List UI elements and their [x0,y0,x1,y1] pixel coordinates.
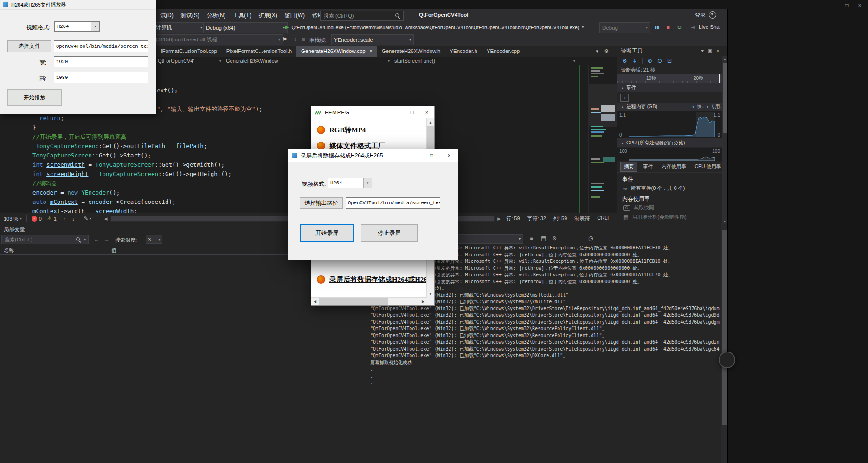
search-prev-icon[interactable]: ← [94,236,99,242]
locals-search-input[interactable]: 搜索(Ctrl+E) ▾ [1,235,89,244]
messages-icon[interactable]: ▤ [541,235,546,241]
tab-list-icon[interactable]: ▾ [596,48,599,54]
menu-item[interactable]: 窗口(W) [281,9,309,21]
scroll-left-icon[interactable]: ◀ [104,216,108,221]
gear-icon[interactable]: ⚙ [622,58,627,64]
warnings-count[interactable]: 1 [54,216,57,222]
column-header-value[interactable]: 值 [111,247,116,254]
events-section-header[interactable]: ▲ 事件 [617,84,727,92]
thread-list-icon[interactable]: ≡ [299,35,308,44]
export-icon[interactable]: ↧ [632,58,637,64]
sign-in-label[interactable]: 登录 [695,12,706,19]
close-icon[interactable]: × [853,1,866,10]
maximize-icon[interactable]: □ [423,149,440,162]
collapse-icon[interactable]: ▲ [621,142,624,145]
take-snapshot-link[interactable]: 截取快照 [623,204,654,211]
scrollbar-thumb[interactable] [319,298,388,305]
zoom-in-icon[interactable]: ⊕ [648,58,652,64]
zoom-out-icon[interactable]: ⊖ [657,58,662,64]
errors-icon[interactable]: × [32,216,37,222]
start-play-button[interactable]: 开始播放 [7,89,62,106]
output-scrollbar[interactable] [721,224,727,463]
choose-output-path-button[interactable]: 选择输出路径 [300,197,343,209]
tab-YEncoder.h[interactable]: YEncoder.h [445,46,482,57]
flag-icon[interactable]: ⚑ [280,35,289,44]
clear-output-icon[interactable]: ⊗ [552,235,557,241]
height-input[interactable]: 1080 [54,72,148,83]
reset-view-icon[interactable]: ⊡ [667,58,672,64]
next-issue-icon[interactable]: ↓ [72,216,75,222]
tab-GenerateH26XWindow.cpp[interactable]: GenerateH26XWindow.cpp× [296,46,377,57]
minimize-icon[interactable]: — [405,149,423,162]
player-title-bar[interactable]: H264或H265文件播放器 [0,0,156,10]
break-all-icon[interactable]: ▮▮ [652,23,662,32]
minimap[interactable] [588,65,617,213]
prev-issue-icon[interactable]: ↑ [63,216,66,222]
search-depth-dropdown[interactable]: 3 ▾ [146,235,162,244]
scrollbar-thumb[interactable] [723,63,727,133]
minimize-icon[interactable]: — [827,1,840,10]
live-share-button[interactable]: Live Sha [699,24,720,30]
scroll-left-icon[interactable]: ◀ [311,298,319,305]
diag-tab-摘要[interactable]: 摘要 [620,162,637,172]
stack-frame-dropdown[interactable]: YEncoder::scale ▾ [331,34,414,45]
search-next-icon[interactable]: → [104,236,109,242]
break-event-marker[interactable]: II [620,94,629,102]
configuration-dropdown[interactable]: Debug (x64) ▾ [203,22,288,33]
start-record-button[interactable]: 开始录屏 [300,224,354,242]
list-item[interactable]: RGB转MP4 [311,122,427,138]
diag-tab-事件[interactable]: 事件 [640,162,656,171]
diagnostic-scrollbar[interactable]: ▲ ▼ [722,56,727,224]
stop-debug-icon[interactable]: ■ [663,23,673,32]
close-icon[interactable]: × [440,149,458,162]
gear-icon[interactable]: ⚙ [604,48,609,54]
chevron-down-icon[interactable]: ▾ [701,48,704,53]
maximize-icon[interactable]: □ [405,106,419,118]
stop-record-button[interactable]: 停止录屏 [361,224,418,242]
errors-count[interactable]: 0 [39,216,42,222]
chevron-down-icon[interactable]: ▾ [84,238,86,241]
menu-item[interactable]: 分析(N) [203,9,230,21]
breadcrumb-segment[interactable]: QtForOpenCV4'▾ [158,57,226,65]
debug-target-dropdown[interactable]: 计算机 ▾ [153,22,205,33]
format-dropdown[interactable]: H264 ▾ [328,178,372,188]
tab-lFormatC...sionTool.cpp[interactable]: lFormatC...sionTool.cpp [156,46,222,57]
collapse-icon[interactable]: ▲ [621,105,624,109]
tab-GenerateH26XWindow.h[interactable]: GenerateH26XWindow.h [377,46,445,57]
scroll-right-icon[interactable]: ▶ [497,216,501,221]
user-avatar-icon[interactable] [709,11,716,19]
sign-in-area[interactable]: 登录 [695,11,716,19]
format-dropdown[interactable]: H264 ▾ [54,21,100,32]
choose-file-button[interactable]: 选择文件 [7,40,51,52]
cpu-section-header[interactable]: ▲ CPU (所有处理器的百分比) [617,139,727,148]
file-path-input[interactable]: OpenCV4Tool/bin/media/screen_test1.h264 [54,40,148,52]
floating-overlay-button[interactable] [719,352,735,368]
menu-item[interactable]: 扩展(X) [255,9,281,21]
word-wrap-icon[interactable]: ≡ [530,235,533,241]
quick-search-input[interactable]: 搜索 (Ctrl+Q) [320,11,404,21]
close-icon[interactable]: × [369,48,373,54]
menu-item[interactable]: 试(D) [156,9,177,21]
step-over-icon[interactable]: ⇥ [688,23,698,32]
profile-dropdown[interactable]: Debug ▾ [599,22,650,33]
start-debug-button[interactable]: ▶ QtForOpenCV4Tool.exe (E:\tony\demo\vis… [285,22,584,32]
memory-chart[interactable]: 1.1 0 1.1 0 [617,111,727,139]
scrollbar-thumb[interactable] [722,230,727,425]
column-header-name[interactable]: 名称 [4,247,14,254]
all-events-link[interactable]: ∞ 所有事件(0 个，共 0 个) [623,185,685,192]
timestamp-icon[interactable]: ◷ [588,235,593,241]
zoom-dropdown[interactable]: 103 % ▾ [4,216,22,222]
collapse-icon[interactable]: ▲ [621,86,624,90]
heap-profiling-link[interactable]: ▦ 启用堆分析(会影响性能) [623,214,687,221]
scroll-down-icon[interactable]: ▼ [722,218,727,224]
ffmpeg-title-bar[interactable]: FFMPEG — □ × [311,106,434,118]
cpu-chart[interactable]: 100 100 [617,148,727,161]
diag-tab-CPU 使用率[interactable]: CPU 使用率 [692,162,725,171]
maximize-icon[interactable]: □ [840,1,853,10]
scroll-up-icon[interactable]: ▲ [427,118,434,126]
width-input[interactable]: 1920 [54,56,148,67]
memory-section-header[interactable]: ▲ 进程内存 (GB) ▼ 快.. ● 专用... [617,103,727,111]
timeline-ruler[interactable]: 10秒 20秒 [617,74,727,84]
menu-item[interactable]: 测试(S) [177,9,203,21]
chevron-down-icon[interactable]: ▾ [363,178,372,188]
